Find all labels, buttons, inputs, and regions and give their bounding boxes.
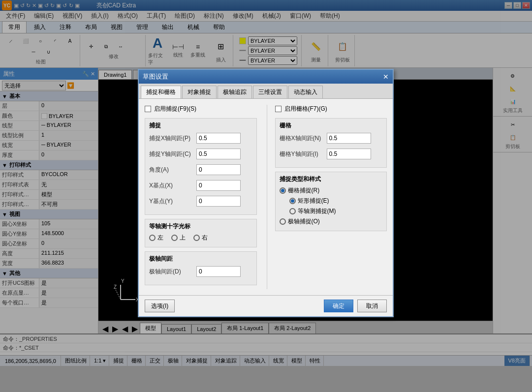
enable-grid-row: 启用栅格(F7)(G) <box>275 105 387 113</box>
dialog-tab-3d[interactable]: 三维设置 <box>253 86 287 98</box>
isometric-title: 等轴测十字光标 <box>149 222 252 231</box>
polar-snap-radio[interactable] <box>280 218 286 225</box>
grid-y-row: 栅格Y轴间距(I) <box>280 149 383 159</box>
iso-snap-row: 等轴测捕捉(M) <box>289 207 383 215</box>
grid-y-label: 栅格Y轴间距(I) <box>280 150 324 158</box>
grid-snap-row: 栅格捕捉(R) <box>280 186 383 195</box>
isometric-subsection: 等轴测十字光标 左 上 右 <box>145 219 257 247</box>
enable-grid-checkbox[interactable] <box>275 106 282 112</box>
base-x-label: X基点(X) <box>149 181 193 190</box>
iso-left-row: 左 <box>149 234 163 242</box>
enable-snap-label: 启用捕捉(F9)(S) <box>154 105 196 113</box>
dialog-footer: 选项(I) 确定 取消 <box>139 295 393 316</box>
snap-y-row: 捕捉Y轴间距(C) <box>149 149 252 159</box>
ok-button[interactable]: 确定 <box>324 300 353 312</box>
iso-snap-radio[interactable] <box>289 208 296 214</box>
base-y-label: Y基点(Y) <box>149 197 193 206</box>
snap-y-label: 捕捉Y轴间距(C) <box>149 150 193 158</box>
snap-y-input[interactable] <box>196 149 241 159</box>
base-x-row: X基点(X) <box>149 180 252 191</box>
iso-up-label: 上 <box>180 234 186 242</box>
angle-row: 角度(A) <box>149 164 252 175</box>
polar-subsection: 极轴间距 极轴间距(D) <box>145 251 257 285</box>
grid-snap-label: 栅格捕捉(R) <box>288 186 320 195</box>
dialog-tab-polar[interactable]: 极轴追踪 <box>218 86 252 98</box>
polar-title: 极轴间距 <box>149 255 252 263</box>
polar-dist-row: 极轴间距(D) <box>149 266 252 277</box>
snap-x-input[interactable] <box>196 133 241 144</box>
polar-snap-label: 极轴捕捉(O) <box>288 217 320 226</box>
dialog-tabs: 捕捉和栅格 对象捕捉 极轴追踪 三维设置 动态输入 <box>139 84 393 99</box>
enable-snap-checkbox[interactable] <box>145 106 151 112</box>
grid-snap-sub: 矩形捕捉(E) 等轴测捕捉(M) <box>280 197 383 215</box>
polar-dist-label: 极轴间距(D) <box>149 268 193 276</box>
iso-snap-label: 等轴测捕捉(M) <box>298 207 336 215</box>
snap-type-subsection: 捕捉类型和样式 栅格捕捉(R) 矩形捕捉(E) 等轴测捕捉(M) <box>275 172 387 231</box>
iso-left-radio[interactable] <box>149 235 156 241</box>
dialog-tab-osnap[interactable]: 对象捕捉 <box>182 86 217 98</box>
grid-x-input[interactable] <box>327 133 371 144</box>
draft-settings-dialog: 草图设置 ✕ 捕捉和栅格 对象捕捉 极轴追踪 三维设置 动态输入 启用捕捉(F9… <box>138 69 394 317</box>
options-button[interactable]: 选项(I) <box>145 300 175 312</box>
grid-subsection: 栅格 栅格X轴间距(N) 栅格Y轴间距(I) <box>275 118 387 168</box>
snap-subsection-title: 捕捉 <box>149 121 252 130</box>
iso-right-row: 右 <box>193 234 208 242</box>
enable-snap-row: 启用捕捉(F9)(S) <box>145 105 257 113</box>
dialog-title-bar: 草图设置 ✕ <box>139 70 393 84</box>
snap-x-label: 捕捉X轴间距(P) <box>149 134 193 143</box>
grid-y-input[interactable] <box>327 149 371 159</box>
grid-subsection-title: 栅格 <box>280 121 383 130</box>
cancel-button[interactable]: 取消 <box>357 300 387 312</box>
snap-type-title: 捕捉类型和样式 <box>280 175 383 183</box>
iso-up-row: 上 <box>171 234 186 242</box>
snap-x-row: 捕捉X轴间距(P) <box>149 133 252 144</box>
angle-label: 角度(A) <box>149 166 193 174</box>
dialog-tab-snap[interactable]: 捕捉和栅格 <box>141 86 181 98</box>
rect-snap-row: 矩形捕捉(E) <box>289 197 383 205</box>
dialog-right-col: 启用栅格(F7)(G) 栅格 栅格X轴间距(N) 栅格Y轴间距(I) 捕捉类型和… <box>267 105 387 289</box>
grid-snap-radio[interactable] <box>280 187 286 194</box>
base-y-row: Y基点(Y) <box>149 196 252 207</box>
grid-x-label: 栅格X轴间距(N) <box>280 134 324 143</box>
dialog-left-col: 启用捕捉(F9)(S) 捕捉 捕捉X轴间距(P) 捕捉Y轴间距(C) 角度(A) <box>145 105 257 289</box>
dialog-title-text: 草图设置 <box>143 72 168 81</box>
grid-x-row: 栅格X轴间距(N) <box>280 133 383 144</box>
base-y-input[interactable] <box>196 196 241 207</box>
dialog-overlay: 草图设置 ✕ 捕捉和栅格 对象捕捉 极轴追踪 三维设置 动态输入 启用捕捉(F9… <box>0 0 532 392</box>
iso-up-radio[interactable] <box>171 235 178 241</box>
iso-right-radio[interactable] <box>193 235 200 241</box>
enable-grid-label: 启用栅格(F7)(G) <box>284 105 327 113</box>
rect-snap-label: 矩形捕捉(E) <box>298 197 329 205</box>
snap-subsection: 捕捉 捕捉X轴间距(P) 捕捉Y轴间距(C) 角度(A) X基点(X) <box>145 118 257 215</box>
polar-dist-input[interactable] <box>196 266 241 277</box>
dialog-tab-dynin[interactable]: 动态输入 <box>288 86 323 98</box>
rect-snap-radio[interactable] <box>289 198 296 204</box>
base-x-input[interactable] <box>196 180 241 191</box>
angle-input[interactable] <box>196 164 241 175</box>
iso-left-label: 左 <box>157 234 163 242</box>
dialog-content: 启用捕捉(F9)(S) 捕捉 捕捉X轴间距(P) 捕捉Y轴间距(C) 角度(A) <box>139 99 393 295</box>
polar-snap-row: 极轴捕捉(O) <box>280 217 383 226</box>
iso-right-label: 右 <box>202 234 208 242</box>
dialog-close-btn[interactable]: ✕ <box>383 73 389 81</box>
isometric-options: 左 上 右 <box>149 234 252 244</box>
